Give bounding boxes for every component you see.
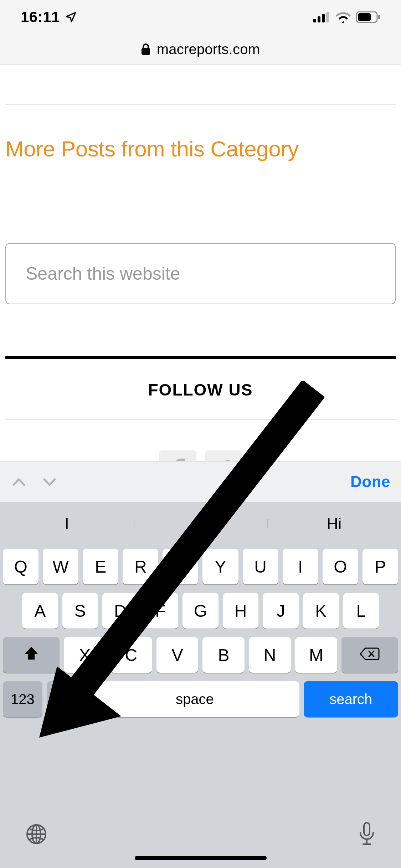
svg-point-9 — [63, 694, 65, 697]
key-m[interactable]: M — [295, 637, 337, 673]
backspace-icon — [360, 645, 380, 665]
svg-rect-13 — [364, 823, 370, 836]
keyboard: I ey Hi Q W E R T Y U I O P A S D F — [0, 502, 401, 868]
svg-point-10 — [68, 694, 70, 697]
battery-icon — [356, 11, 380, 23]
browser-chrome: 16:11 macreports.com — [0, 0, 401, 65]
key-l[interactable]: L — [343, 593, 379, 629]
key-s[interactable]: S — [62, 593, 98, 629]
location-icon — [65, 11, 77, 23]
key-v[interactable]: V — [156, 637, 199, 673]
key-a[interactable]: A — [22, 593, 58, 629]
dictation-key[interactable] — [358, 821, 376, 847]
key-q[interactable]: Q — [3, 549, 38, 584]
key-t[interactable]: T — [163, 549, 198, 584]
category-link[interactable]: More Posts from this Category — [0, 105, 401, 161]
key-e[interactable]: E — [83, 549, 118, 584]
key-k[interactable]: K — [303, 593, 339, 629]
thick-divider — [5, 356, 396, 359]
page-content: More Posts from this Category FOLLOW US — [0, 65, 401, 488]
divider — [5, 419, 396, 420]
next-field-button[interactable] — [41, 474, 58, 490]
svg-rect-0 — [313, 19, 316, 22]
key-w[interactable]: W — [43, 549, 78, 584]
key-b[interactable]: B — [202, 637, 245, 673]
svg-rect-5 — [358, 13, 371, 21]
suggestion-bar: I ey Hi — [0, 502, 401, 545]
key-u[interactable]: U — [243, 549, 278, 584]
key-g[interactable]: G — [182, 593, 219, 629]
key-n[interactable]: N — [249, 637, 291, 673]
search-input[interactable] — [5, 243, 396, 304]
key-p[interactable]: P — [363, 549, 398, 584]
svg-rect-1 — [318, 16, 320, 22]
key-x[interactable]: X — [64, 637, 106, 673]
svg-rect-6 — [378, 15, 380, 19]
emoji-key[interactable] — [47, 681, 86, 717]
search-key[interactable]: search — [304, 681, 398, 717]
key-i[interactable]: I — [283, 549, 318, 584]
wifi-icon — [335, 11, 351, 23]
keyboard-accessory-bar: Done — [0, 461, 401, 502]
svg-point-8 — [59, 690, 73, 704]
url-bar[interactable]: macreports.com — [0, 34, 401, 64]
cell-signal-icon — [313, 12, 330, 22]
svg-rect-2 — [322, 14, 325, 22]
follow-us-heading: FOLLOW US — [0, 380, 401, 399]
emoji-icon — [58, 689, 75, 710]
key-o[interactable]: O — [323, 549, 358, 584]
suggestion-3[interactable]: Hi — [267, 515, 401, 533]
key-d[interactable]: D — [102, 593, 138, 629]
suggestion-2[interactable]: ey — [134, 515, 267, 533]
space-key[interactable]: space — [90, 681, 299, 717]
backspace-key[interactable] — [341, 637, 398, 673]
shift-key[interactable] — [3, 637, 60, 673]
lock-icon — [141, 43, 150, 55]
suggestion-1[interactable]: I — [0, 515, 134, 533]
svg-rect-3 — [326, 12, 329, 22]
key-y[interactable]: Y — [202, 549, 238, 584]
key-f[interactable]: F — [143, 593, 179, 629]
numeric-key[interactable]: 123 — [3, 681, 42, 717]
key-r[interactable]: R — [123, 549, 158, 584]
key-h[interactable]: H — [223, 593, 259, 629]
home-indicator[interactable] — [135, 856, 267, 860]
status-time: 16:11 — [21, 9, 60, 26]
keyboard-done-button[interactable]: Done — [350, 473, 390, 491]
svg-rect-7 — [142, 48, 150, 55]
shift-icon — [24, 645, 39, 665]
key-c[interactable]: C — [110, 637, 152, 673]
globe-key[interactable] — [25, 823, 48, 846]
status-bar: 16:11 — [0, 0, 401, 34]
prev-field-button[interactable] — [11, 474, 27, 490]
url-text: macreports.com — [157, 41, 260, 57]
key-j[interactable]: J — [263, 593, 299, 629]
